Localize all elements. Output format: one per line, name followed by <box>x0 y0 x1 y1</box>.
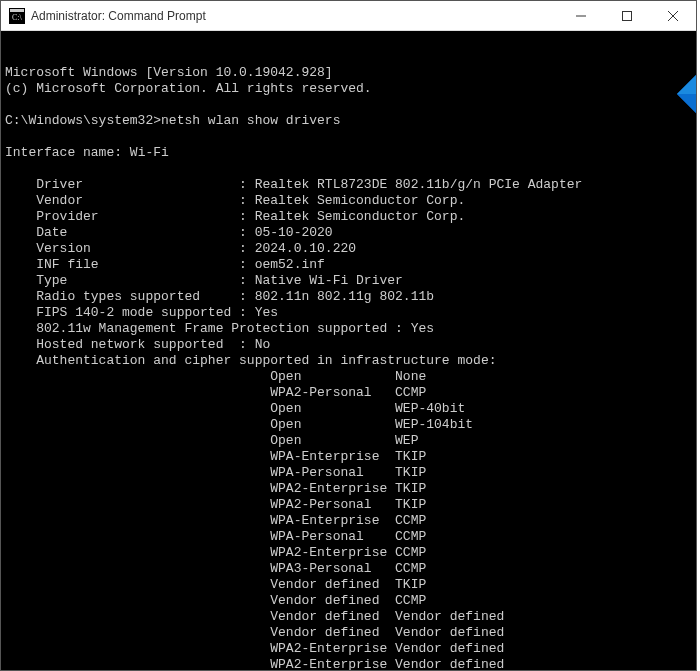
terminal-area[interactable]: Microsoft Windows [Version 10.0.19042.92… <box>1 31 696 670</box>
auth-cipher-list: Open None WPA2-Personal CCMP Open WEP-40… <box>5 369 692 670</box>
windows-logo-icon <box>630 53 680 103</box>
maximize-button[interactable] <box>604 1 650 30</box>
interface-label: Interface name: <box>5 145 122 160</box>
prompt: C:\Windows\system32> <box>5 113 161 128</box>
svg-text:C:\: C:\ <box>12 13 23 22</box>
copyright-line: (c) Microsoft Corporation. All rights re… <box>5 81 372 96</box>
version-line: Microsoft Windows [Version 10.0.19042.92… <box>5 65 333 80</box>
window-title: Administrator: Command Prompt <box>31 9 558 23</box>
close-button[interactable] <box>650 1 696 30</box>
driver-fields: Driver : Realtek RTL8723DE 802.11b/g/n P… <box>5 177 692 369</box>
svg-marker-9 <box>677 94 696 119</box>
command-text: netsh wlan show drivers <box>161 113 340 128</box>
command-prompt-window: C:\ Administrator: Command Prompt Mi <box>0 0 697 671</box>
svg-marker-10 <box>677 69 696 94</box>
minimize-button[interactable] <box>558 1 604 30</box>
cmd-icon: C:\ <box>9 8 25 24</box>
svg-rect-1 <box>10 9 24 12</box>
interface-value: Wi-Fi <box>130 145 169 160</box>
svg-rect-4 <box>623 11 632 20</box>
titlebar[interactable]: C:\ Administrator: Command Prompt <box>1 1 696 31</box>
window-controls <box>558 1 696 30</box>
